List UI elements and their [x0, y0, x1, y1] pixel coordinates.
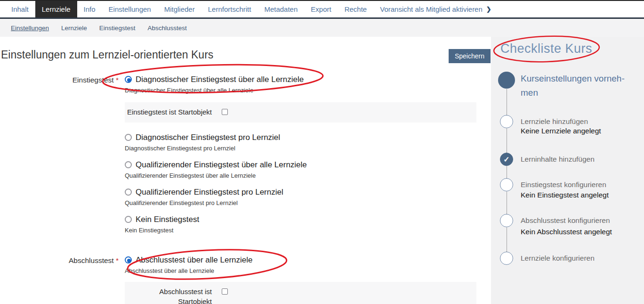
radio-option-qualifizierend-pro: Qualifizierender Einstiegstest pro Lernz… — [125, 188, 491, 206]
option-label[interactable]: Qualifizierender Einstiegstest pro Lernz… — [136, 188, 283, 197]
einstiegstest-label-text: Einstiegstest — [72, 76, 114, 84]
radio-option-head[interactable]: Abschlusstest über alle Lernziele — [125, 255, 491, 265]
chevron-right-icon: ❯ — [486, 6, 491, 13]
subtab-einstellungen[interactable]: Einstellungen — [5, 25, 55, 32]
radio-option-head[interactable]: Qualifizierender Einstiegstest pro Lernz… — [125, 188, 491, 197]
tab-inhalt[interactable]: Inhalt — [5, 1, 35, 17]
checklist-item-abschlusstest[interactable]: Abschlusstest konfigurieren — [521, 216, 638, 225]
radio-option-kein-einstiegstest: Kein Einstiegstest Kein Einstiegstest — [125, 215, 491, 234]
option-description: Qualifizierender Einstiegstest pro Lernz… — [125, 199, 491, 206]
option-description: Diagnostischer Einstiegstest pro Lernzie… — [125, 145, 491, 152]
subtab-einstiegstest[interactable]: Einstiegstest — [93, 25, 142, 32]
checklist-connector-line — [507, 80, 507, 258]
tab-lernziele[interactable]: Lernziele — [35, 1, 77, 17]
tab-info[interactable]: Info — [77, 1, 102, 17]
step-empty-circle-icon — [500, 214, 513, 227]
option-label[interactable]: Qualifizierender Einstiegstest über alle… — [136, 160, 307, 170]
step-empty-circle-icon — [500, 252, 513, 265]
checklist-item-einstiegstest[interactable]: Einstiegstest konfigurieren — [521, 180, 638, 189]
radio-option-abschlusstest-alle: Abschlusstest über alle Lernziele Abschl… — [125, 255, 491, 274]
option-label[interactable]: Abschlusstest über alle Lernziele — [136, 255, 253, 265]
einstiegstest-startobjekt-checkbox[interactable] — [222, 109, 228, 115]
abschlusstest-startobjekt-checkbox[interactable] — [222, 288, 228, 295]
option-description: Kein Einstiegstest — [125, 227, 491, 234]
checklist-status: Kein Abschlusstest angelegt — [521, 227, 638, 237]
radio-option-head[interactable]: Diagnostischer Einstiegstest pro Lernzie… — [125, 133, 491, 142]
step-check-circle-icon: ✓ — [500, 153, 513, 166]
startobjekt-label: Einstiegstest ist Startobjekt — [125, 107, 212, 117]
save-button[interactable]: Speichern — [449, 49, 491, 63]
required-asterisk: * — [116, 76, 119, 84]
radio-selected-icon[interactable] — [125, 256, 132, 263]
option-label[interactable]: Diagnostischer Einstiegstest pro Lernzie… — [136, 133, 280, 142]
main-tab-bar: Inhalt Lernziele Info Einstellungen Mitg… — [0, 0, 644, 19]
tab-rechte[interactable]: Rechte — [338, 1, 374, 17]
radio-icon[interactable] — [125, 216, 132, 223]
required-asterisk: * — [116, 256, 119, 264]
checklist-item-kurseinstellungen[interactable]: Kurseinstellungen vorneh-men — [521, 72, 639, 100]
einstiegstest-startobjekt-panel: Einstiegstest ist Startobjekt — [125, 102, 476, 123]
step-empty-circle-icon — [500, 115, 513, 128]
abschlusstest-row: Abschlusstest * Abschlusstest über alle … — [0, 255, 491, 304]
einstiegstest-row: Einstiegstest * Diagnostischer Einstiegs… — [0, 75, 491, 242]
abschlusstest-startobjekt-panel: Abschlusstest ist Startobjekt — [125, 282, 476, 304]
checklist-item-lernziele-konfigurieren[interactable]: Lernziele konfigurieren — [521, 254, 638, 263]
abschlusstest-options: Abschlusstest über alle Lernziele Abschl… — [125, 255, 491, 304]
tab-member-preview[interactable]: Voransicht als Mitglied aktivieren ❯ — [373, 1, 498, 17]
secondary-tab-bar: Einstellungen Lernziele Einstiegstest Ab… — [0, 19, 644, 37]
einstiegstest-options: Diagnostischer Einstiegstest über alle L… — [125, 75, 491, 242]
radio-option-qualifizierend-alle: Qualifizierender Einstiegstest über alle… — [125, 160, 491, 179]
option-description: Diagnostischer Einstiegstest über alle L… — [125, 87, 491, 94]
radio-icon[interactable] — [125, 189, 132, 196]
tab-metadaten[interactable]: Metadaten — [258, 1, 304, 17]
radio-option-diagnostisch-alle: Diagnostischer Einstiegstest über alle L… — [125, 75, 491, 94]
option-label[interactable]: Kein Einstiegstest — [136, 215, 199, 224]
tab-lernfortschritt[interactable]: Lernfortschritt — [201, 1, 258, 17]
settings-form: Einstiegstest * Diagnostischer Einstiegs… — [0, 75, 491, 304]
checklist-status: Keine Lernziele angelegt — [521, 126, 638, 136]
main-panel: Einstellungen zum Lernziel-orientierten … — [0, 37, 491, 304]
step-empty-circle-icon — [500, 178, 513, 191]
radio-icon[interactable] — [125, 134, 132, 141]
startobjekt-label: Abschlusstest ist Startobjekt — [125, 287, 212, 304]
option-description: Qualifizierender Einstiegstest über alle… — [125, 172, 491, 179]
radio-option-head[interactable]: Kein Einstiegstest — [125, 215, 491, 224]
member-preview-label: Voransicht als Mitglied aktivieren — [380, 5, 483, 13]
einstiegstest-label: Einstiegstest * — [0, 75, 125, 84]
checklist-status: Kein Einstiegstest angelegt — [521, 190, 638, 200]
option-description: Abschlusstest über alle Lernziele — [125, 267, 491, 274]
abschlusstest-label-text: Abschlusstest — [69, 256, 114, 264]
tab-export[interactable]: Export — [304, 1, 338, 17]
checklist-item-lerninhalte[interactable]: Lerninhalte hinzufügen — [521, 155, 638, 164]
checklist-sidebar: Checkliste Kurs Kurseinstellungen vorneh… — [491, 37, 644, 304]
radio-selected-icon[interactable] — [125, 76, 132, 83]
subtab-lernziele[interactable]: Lernziele — [55, 25, 93, 32]
page-title: Einstellungen zum Lernziel-orientierten … — [1, 49, 491, 62]
step-filled-circle-icon — [498, 72, 515, 89]
checklist-item-lernziele-hinzufuegen[interactable]: Lernziele hinzufügen — [521, 117, 638, 126]
checklist-title: Checkliste Kurs — [500, 41, 592, 56]
abschlusstest-label: Abschlusstest * — [0, 255, 125, 265]
radio-icon[interactable] — [125, 161, 132, 168]
tab-mitglieder[interactable]: Mitglieder — [158, 1, 201, 17]
radio-option-head[interactable]: Qualifizierender Einstiegstest über alle… — [125, 160, 491, 170]
tab-einstellungen[interactable]: Einstellungen — [102, 1, 158, 17]
radio-option-diagnostisch-pro: Diagnostischer Einstiegstest pro Lernzie… — [125, 133, 491, 152]
radio-option-head[interactable]: Diagnostischer Einstiegstest über alle L… — [125, 75, 491, 84]
subtab-abschlusstest[interactable]: Abschlusstest — [141, 25, 193, 32]
content-area: Einstellungen zum Lernziel-orientierten … — [0, 37, 644, 304]
option-label[interactable]: Diagnostischer Einstiegstest über alle L… — [136, 75, 304, 84]
